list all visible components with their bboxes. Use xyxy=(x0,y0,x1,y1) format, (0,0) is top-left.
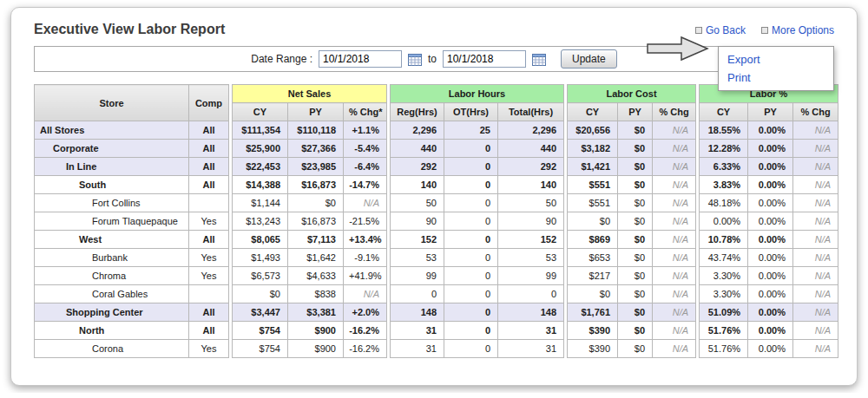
value-cell: 51.09% xyxy=(700,303,748,322)
comp-cell: Yes xyxy=(189,249,229,267)
value-cell: -21.5% xyxy=(344,212,387,231)
value-cell: 25 xyxy=(444,121,498,140)
value-cell: $0 xyxy=(568,212,618,231)
value-cell: 0.00% xyxy=(748,212,793,231)
value-cell: $390 xyxy=(568,340,618,358)
value-cell: $551 xyxy=(568,194,618,212)
comp-cell: All xyxy=(189,231,229,249)
value-cell: 0 xyxy=(391,285,444,303)
value-cell: 0.00% xyxy=(748,121,793,140)
more-options-link[interactable]: More Options xyxy=(761,24,834,36)
table-row: Coral Gables$0$838N/A000$0$0N/A3.30%0.00… xyxy=(35,285,838,303)
store-cell: Fort Collins xyxy=(35,194,189,212)
value-cell: N/A xyxy=(793,212,838,231)
value-cell: -16.2% xyxy=(344,340,387,358)
comp-cell: All xyxy=(189,140,229,158)
comp-cell: All xyxy=(189,303,229,322)
value-cell: $754 xyxy=(233,322,288,340)
value-cell: $0 xyxy=(618,267,653,285)
square-bullet-icon xyxy=(695,27,702,34)
value-cell: $8,065 xyxy=(233,231,288,249)
value-cell: $4,633 xyxy=(288,267,344,285)
value-cell: 0 xyxy=(444,340,498,358)
value-cell: 0.00% xyxy=(748,176,793,194)
value-cell: $0 xyxy=(618,322,653,340)
value-cell: N/A xyxy=(653,340,696,358)
value-cell: N/A xyxy=(653,140,696,158)
value-cell: N/A xyxy=(793,231,838,249)
value-cell: 0 xyxy=(444,285,498,303)
value-cell: 152 xyxy=(391,231,444,249)
comp-column-header: Comp xyxy=(189,85,229,121)
to-date-input[interactable] xyxy=(443,50,526,68)
calendar-icon[interactable] xyxy=(408,53,422,66)
value-cell: $22,453 xyxy=(233,158,288,176)
value-cell: 0 xyxy=(498,285,564,303)
value-cell: N/A xyxy=(793,249,838,267)
value-cell: -6.4% xyxy=(344,158,387,176)
value-cell: $653 xyxy=(568,249,618,267)
table-row: WestAll$8,065$7,113+13.4%1520152$869$0N/… xyxy=(35,231,838,249)
labor-hours-group-header: Labor Hours xyxy=(391,85,564,103)
value-cell: 0.00% xyxy=(748,267,793,285)
value-cell: $0 xyxy=(618,140,653,158)
comp-cell xyxy=(189,194,229,212)
menu-item-print[interactable]: Print xyxy=(719,69,833,87)
column-subheader: % Chg xyxy=(793,103,838,121)
store-cell: West xyxy=(35,231,189,249)
value-cell: $217 xyxy=(568,267,618,285)
value-cell: $551 xyxy=(568,176,618,194)
column-subheader: % Chg xyxy=(653,103,696,121)
value-cell: 51.76% xyxy=(700,340,748,358)
value-cell: 50 xyxy=(498,194,564,212)
value-cell: 3.83% xyxy=(700,176,748,194)
value-cell: N/A xyxy=(653,249,696,267)
column-subheader: PY xyxy=(288,103,344,121)
value-cell: $1,144 xyxy=(233,194,288,212)
from-date-input[interactable] xyxy=(319,50,402,68)
value-cell: 0 xyxy=(444,231,498,249)
value-cell: N/A xyxy=(653,322,696,340)
value-cell: 148 xyxy=(391,303,444,322)
nav-links: Go Back More Options xyxy=(695,22,834,36)
calendar-icon[interactable] xyxy=(532,53,546,66)
value-cell: +2.0% xyxy=(344,303,387,322)
column-subheader: % Chg* xyxy=(344,103,387,121)
value-cell: 31 xyxy=(498,340,564,358)
value-cell: 0 xyxy=(444,176,498,194)
date-range-toolbar: Date Range : to Update xyxy=(34,46,834,72)
value-cell: 53 xyxy=(498,249,564,267)
update-button[interactable]: Update xyxy=(561,49,617,69)
value-cell: $0 xyxy=(618,121,653,140)
value-cell: $14,388 xyxy=(233,176,288,194)
value-cell: $3,381 xyxy=(288,303,344,322)
value-cell: 0.00% xyxy=(748,194,793,212)
value-cell: -9.1% xyxy=(344,249,387,267)
table-row: NorthAll$754$900-16.2%31031$390$0N/A51.7… xyxy=(35,322,838,340)
report-table-body: All StoresAll$111,354$110,118+1.1%2,2962… xyxy=(35,121,838,358)
value-cell: 0.00% xyxy=(748,249,793,267)
value-cell: $0 xyxy=(618,285,653,303)
table-row: CorporateAll$25,900$27,366-5.4%4400440$3… xyxy=(35,140,838,158)
comp-cell: Yes xyxy=(189,212,229,231)
value-cell: N/A xyxy=(653,231,696,249)
menu-item-export[interactable]: Export xyxy=(719,50,833,69)
value-cell: $0 xyxy=(618,194,653,212)
value-cell: 152 xyxy=(498,231,564,249)
value-cell: N/A xyxy=(793,322,838,340)
value-cell: 292 xyxy=(391,158,444,176)
value-cell: 43.74% xyxy=(700,249,748,267)
square-bullet-icon xyxy=(761,27,768,34)
column-subheader: CY xyxy=(233,103,288,121)
column-subheader: Reg(Hrs) xyxy=(391,103,444,121)
table-row: SouthAll$14,388$16,873-14.7%1400140$551$… xyxy=(35,176,838,194)
value-cell: 0 xyxy=(444,267,498,285)
value-cell: $16,873 xyxy=(288,212,344,231)
value-cell: N/A xyxy=(653,212,696,231)
value-cell: 292 xyxy=(498,158,564,176)
value-cell: 2,296 xyxy=(391,121,444,140)
report-card: Executive View Labor Report Go Back More… xyxy=(10,7,858,386)
go-back-link[interactable]: Go Back xyxy=(695,24,746,36)
value-cell: $111,354 xyxy=(233,121,288,140)
comp-cell: All xyxy=(189,176,229,194)
